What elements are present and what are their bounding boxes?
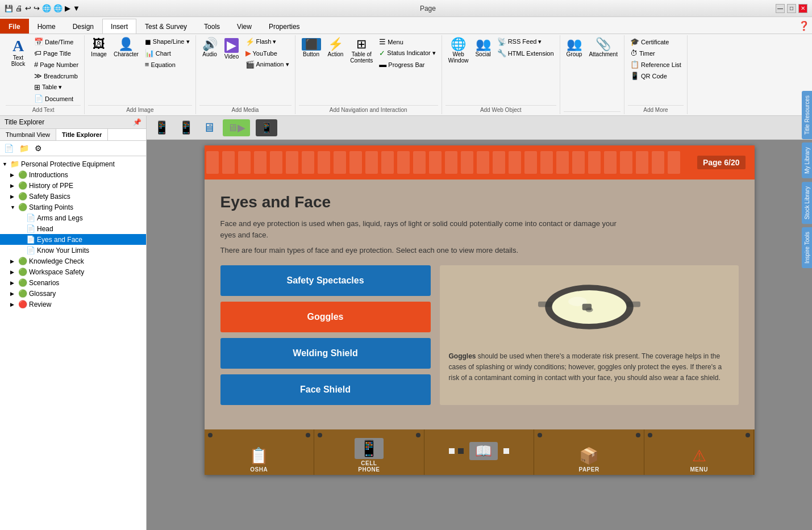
tree-item-scenarios[interactable]: ▶ 🟢 Scenarios xyxy=(0,277,146,288)
title-explorer-tab[interactable]: Title Explorer xyxy=(56,129,108,140)
sidebar-pin[interactable]: 📌 xyxy=(133,118,141,126)
tree-item-introductions[interactable]: ▶ 🟢 Introductions xyxy=(0,169,146,180)
undo-icon[interactable]: ↩ xyxy=(25,4,31,12)
reference-list-btn[interactable]: 📋 Reference List xyxy=(628,59,684,70)
device-monitor[interactable]: 🖥 xyxy=(201,119,217,137)
help-icon[interactable]: ❓ xyxy=(798,21,810,31)
breadcrumb-btn[interactable]: ≫ Breadcrumb xyxy=(32,70,81,81)
dropdown-icon[interactable]: ▼ xyxy=(73,4,80,12)
right-panel: Title Resources My Library Stock Library… xyxy=(802,91,812,270)
welding-shield-btn[interactable]: Welding Shield xyxy=(220,338,431,369)
maximize-btn[interactable]: □ xyxy=(787,4,796,13)
html-extension-btn[interactable]: 🔧 HTML Extension xyxy=(495,48,556,59)
tree-item-eyes-face[interactable]: 📄 Eyes and Face xyxy=(0,234,146,245)
video-btn[interactable]: ▶ Video xyxy=(222,36,242,61)
tree-item-workspace-safety[interactable]: ▶ 🟢 Workspace Safety xyxy=(0,266,146,277)
action-btn[interactable]: ⚡ Action xyxy=(325,36,347,59)
footer-paper[interactable]: 📦 PAPER xyxy=(534,429,644,475)
tab-file[interactable]: File xyxy=(0,19,29,34)
tree-item-ppe[interactable]: ▼ 📁 Personal Protective Equipment xyxy=(0,158,146,169)
device-phone2[interactable]: 📱 xyxy=(177,119,195,137)
footer-menu[interactable]: ⚠ MENU xyxy=(644,429,755,475)
tab-properties[interactable]: Properties xyxy=(260,19,309,34)
sidebar-new-btn[interactable]: 📄 xyxy=(2,143,16,154)
progress-bar-btn[interactable]: ▬ Progress Bar xyxy=(377,59,438,70)
page-title-btn[interactable]: 🏷 Page Title xyxy=(32,48,81,59)
device-phone1[interactable]: 📱 xyxy=(152,119,171,137)
tab-test-survey[interactable]: Test & Survey xyxy=(136,19,195,34)
rss-feed-btn[interactable]: 📡 RSS Feed ▾ xyxy=(495,36,556,47)
right-tab-my-library[interactable]: My Library xyxy=(802,143,812,178)
tree-item-head[interactable]: 📄 Head xyxy=(0,223,146,234)
menu-btn[interactable]: ☰ Menu xyxy=(377,36,438,47)
footer-osha[interactable]: 📋 OSHA xyxy=(205,429,315,475)
youtube-btn[interactable]: ▶ YouTube xyxy=(243,48,292,59)
tree-item-history[interactable]: ▶ 🟢 History of PPE xyxy=(0,180,146,191)
certificate-btn[interactable]: 🎓 Certificate xyxy=(628,36,684,47)
shape-line-btn[interactable]: ◼ Shape/Line ▾ xyxy=(143,36,192,47)
redo-icon[interactable]: ↪ xyxy=(34,4,40,12)
group-btn[interactable]: 👥 Group xyxy=(564,36,585,59)
web-window-btn[interactable]: 🌐 WebWindow xyxy=(445,36,472,65)
tree-item-glossary[interactable]: ▶ 🟢 Glossary xyxy=(0,288,146,299)
status-indicator-btn[interactable]: ✓ Status Indicator ▾ xyxy=(377,48,438,59)
tree-item-know-limits[interactable]: 📄 Know Your Limits xyxy=(0,245,146,256)
tree-item-knowledge-check[interactable]: ▶ 🟢 Knowledge Check xyxy=(0,256,146,266)
footer-cellphone[interactable]: 📱 CELLPHONE xyxy=(314,429,424,475)
text-block-btn[interactable]: A TextBlock xyxy=(6,36,31,69)
qr-code-btn[interactable]: 📱 QR Code xyxy=(628,70,684,81)
play-icon[interactable]: ▶ xyxy=(65,4,70,12)
character-btn[interactable]: 👤 Character xyxy=(111,36,141,59)
page-canvas[interactable]: Page 6/20 Eyes and Face Face and eye pro… xyxy=(147,140,812,530)
attachment-btn[interactable]: 📎 Attachment xyxy=(586,36,621,59)
audio-btn[interactable]: 🔊 Audio xyxy=(199,36,220,59)
timer-btn[interactable]: ⏱ Timer xyxy=(628,48,684,59)
document-btn[interactable]: 📄 Document xyxy=(32,93,81,104)
sidebar-settings-btn[interactable]: ⚙ xyxy=(32,143,44,154)
right-tab-stock-library[interactable]: Stock Library xyxy=(802,182,812,224)
face-shield-btn[interactable]: Face Shield xyxy=(220,374,431,405)
sidebar-toolbar: 📄 📁 ⚙ xyxy=(0,141,146,156)
slide-header-pattern xyxy=(205,145,682,180)
tree-item-arms-legs[interactable]: 📄 Arms and Legs xyxy=(0,212,146,223)
goggles-btn[interactable]: Goggles xyxy=(220,302,431,332)
equation-btn[interactable]: ≡ Equation xyxy=(143,59,192,70)
tab-tools[interactable]: Tools xyxy=(195,19,228,34)
date-time-btn[interactable]: 📅 Date/Time xyxy=(32,36,81,47)
right-tab-inspire-tools[interactable]: Inspire Tools xyxy=(802,227,812,268)
button-btn[interactable]: ⬛ Button xyxy=(299,36,324,59)
icon-know-limits: 📄 xyxy=(26,246,35,254)
footer-nav[interactable]: 📖 xyxy=(424,429,535,475)
table-of-contents-btn[interactable]: ⊞ Table ofContents xyxy=(347,36,376,65)
safety-spectacles-btn[interactable]: Safety Spectacles xyxy=(220,265,431,296)
tab-view[interactable]: View xyxy=(228,19,260,34)
print-icon[interactable]: 🖨 xyxy=(15,4,23,12)
thumbnail-view-tab[interactable]: Thumbnail View xyxy=(0,129,56,140)
tree-item-safety-basics[interactable]: ▶ 🟢 Safety Basics xyxy=(0,191,146,202)
tab-home[interactable]: Home xyxy=(29,19,64,34)
flash-btn[interactable]: ⚡ Flash ▾ xyxy=(243,36,292,47)
chart-btn[interactable]: 📊 Chart xyxy=(143,48,192,59)
tree-item-starting-points[interactable]: ▼ 🟢 Starting Points xyxy=(0,202,146,212)
add-web-label: Add Web Object xyxy=(445,105,556,113)
minimize-btn[interactable]: — xyxy=(776,4,785,13)
device-phone3[interactable]: 📱 xyxy=(256,119,277,136)
device-tablet[interactable]: 🖥▶ xyxy=(223,119,250,136)
slide-footer: 📋 OSHA 📱 CELLPHONE 📖 xyxy=(205,429,755,475)
image-btn[interactable]: 🖼 Image xyxy=(88,36,110,59)
osha-icon: 📋 xyxy=(249,446,269,465)
goggles-svg xyxy=(538,274,640,343)
sidebar-folder-btn[interactable]: 📁 xyxy=(17,143,31,154)
dot-cell-tr xyxy=(416,433,420,437)
tab-design[interactable]: Design xyxy=(64,19,102,34)
close-btn[interactable]: ✕ xyxy=(798,4,807,13)
browser-icon2[interactable]: 🌐 xyxy=(53,4,63,12)
social-btn[interactable]: 👥 Social xyxy=(472,36,493,59)
table-btn[interactable]: ⊞ Table ▾ xyxy=(32,82,81,93)
browser-icon1[interactable]: 🌐 xyxy=(42,4,51,12)
page-number-btn[interactable]: # Page Number xyxy=(32,59,81,70)
tree-item-review[interactable]: ▶ 🔴 Review xyxy=(0,299,146,310)
right-tab-title-resources[interactable]: Title Resources xyxy=(802,91,812,139)
animation-btn[interactable]: 🎬 Animation ▾ xyxy=(243,59,292,70)
tab-insert[interactable]: Insert xyxy=(102,19,136,34)
